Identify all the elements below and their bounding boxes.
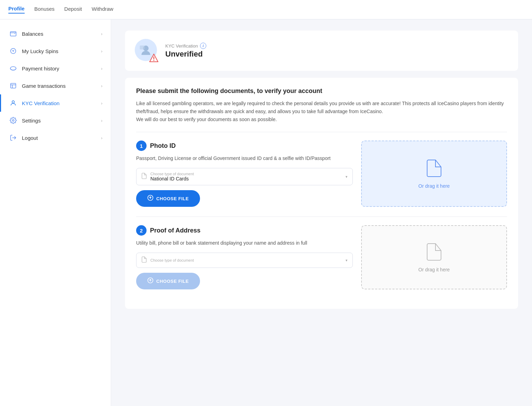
sidebar-item-game-transactions[interactable]: Game transactions › [0, 77, 111, 94]
section-badge-1: 1 [136, 141, 147, 151]
sidebar-label-settings: Settings [22, 118, 41, 124]
svg-point-13 [153, 60, 155, 61]
payment-icon [9, 65, 17, 72]
svg-point-6 [12, 101, 15, 103]
proof-of-address-dropzone-label: Or drag it here [418, 267, 450, 272]
photo-id-select-value: National ID Cards [150, 176, 342, 181]
logout-icon [9, 134, 17, 142]
settings-icon [9, 117, 17, 124]
nav-profile[interactable]: Profile [8, 6, 25, 14]
top-nav: Profile Bonuses Deposit Withdraw [0, 0, 532, 19]
spins-icon [9, 47, 17, 55]
sidebar-label-balances: Balances [22, 31, 43, 37]
kyc-status: Unverified [165, 50, 206, 59]
proof-of-address-dropzone[interactable]: Or drag it here [361, 225, 507, 289]
info-icon[interactable]: i [200, 43, 206, 49]
warning-badge [149, 53, 158, 62]
chevron-down-icon: ▾ [346, 175, 348, 179]
chevron-icon: › [101, 101, 102, 106]
photo-id-desc: Passport, Driving License or official Go… [136, 154, 353, 162]
nav-deposit[interactable]: Deposit [64, 6, 82, 13]
kyc-icon-wrap [135, 39, 158, 62]
sidebar-item-kyc[interactable]: KYC Verification › [0, 94, 111, 112]
kyc-label: KYC Verification i [165, 43, 206, 49]
photo-id-dropzone[interactable]: Or drag it here [361, 141, 507, 207]
sidebar-label-game-transactions: Game transactions [22, 83, 66, 89]
proof-of-address-desc: Utility bill, phone bill or bank stateme… [136, 239, 353, 247]
photo-id-doc-select[interactable]: Choose type of document National ID Card… [136, 168, 353, 185]
photo-id-section: 1 Photo ID Passport, Driving License or … [136, 141, 507, 207]
sidebar-label-kyc: KYC Verification [22, 100, 59, 106]
nav-bonuses[interactable]: Bonuses [34, 6, 55, 13]
chevron-icon: › [101, 31, 102, 36]
chevron-icon: › [101, 83, 102, 88]
svg-rect-0 [10, 32, 16, 36]
sidebar-item-lucky-spins[interactable]: My Lucky Spins › [0, 42, 111, 60]
photo-id-choose-file-button[interactable]: CHOOSE FILE [136, 190, 200, 207]
proof-of-address-section: 2 Proof of Address Utility bill, phone b… [136, 225, 507, 289]
proof-of-address-choose-file-button[interactable]: CHOOSE FILE [136, 273, 200, 289]
photo-id-select-placeholder: Choose type of document [150, 172, 342, 176]
kyc-content-card: Please submit the following documents, t… [125, 78, 518, 309]
chevron-icon: › [101, 66, 102, 71]
photo-id-title: 1 Photo ID [136, 141, 353, 151]
sidebar-label-logout: Logout [22, 135, 38, 141]
upload-icon [147, 195, 153, 202]
sidebar-label-payment-history: Payment history [22, 66, 59, 71]
nav-withdraw[interactable]: Withdraw [92, 6, 114, 13]
sidebar: Balances › My Lucky Spins › Payment hist… [0, 19, 111, 406]
game-icon [9, 82, 17, 90]
layout: Balances › My Lucky Spins › Payment hist… [0, 19, 532, 406]
sidebar-item-balances[interactable]: Balances › [0, 25, 111, 42]
svg-rect-10 [140, 45, 145, 49]
upload-icon-2 [147, 277, 153, 285]
kyc-heading: Please submit the following documents, t… [136, 87, 507, 95]
chevron-icon: › [101, 118, 102, 123]
proof-of-address-title: 2 Proof of Address [136, 225, 353, 236]
section-divider-2 [136, 217, 507, 217]
svg-point-7 [13, 120, 14, 121]
kyc-header-card: KYC Verification i Unverified [125, 31, 518, 71]
sidebar-label-lucky-spins: My Lucky Spins [22, 48, 58, 54]
main-content: KYC Verification i Unverified Please sub… [111, 19, 532, 406]
section-divider [136, 132, 507, 132]
photo-id-dropzone-label: Or drag it here [418, 183, 450, 189]
sidebar-item-logout[interactable]: Logout › [0, 129, 111, 146]
doc-file-icon-2 [141, 256, 147, 264]
wallet-icon [9, 30, 17, 37]
chevron-down-icon-2: ▾ [346, 258, 348, 263]
dropzone-file-icon-2 [426, 242, 442, 263]
section-badge-2: 2 [136, 225, 147, 236]
doc-file-icon [141, 173, 147, 180]
chevron-icon: › [101, 49, 102, 54]
proof-of-address-doc-select[interactable]: Choose type of document ▾ [136, 253, 353, 268]
chevron-icon: › [101, 135, 102, 141]
sidebar-item-payment-history[interactable]: Payment history › [0, 60, 111, 77]
svg-rect-3 [11, 83, 16, 88]
proof-select-placeholder: Choose type of document [150, 258, 342, 262]
kyc-description: Like all licensed gambling operators, we… [136, 100, 507, 124]
kyc-icon [9, 99, 17, 107]
sidebar-item-settings[interactable]: Settings › [0, 112, 111, 129]
dropzone-file-icon-1 [426, 159, 442, 179]
